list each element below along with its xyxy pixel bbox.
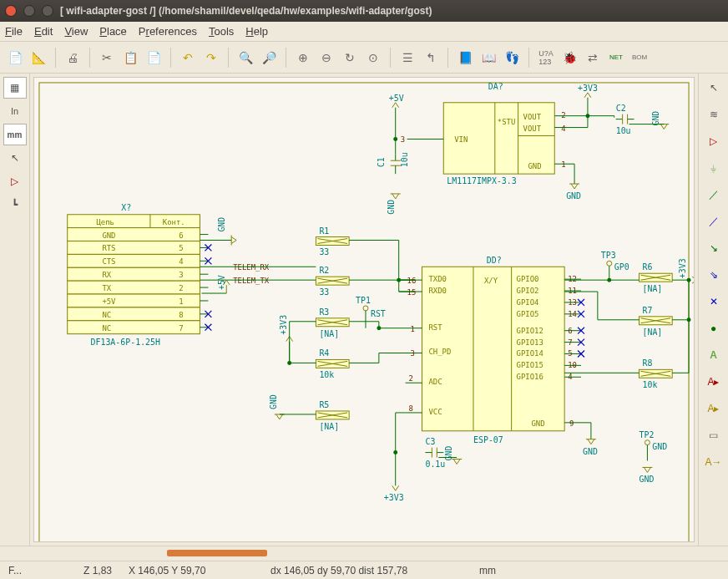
import-hier-icon[interactable]: A→ (702, 451, 725, 473)
svg-text:7: 7 (179, 324, 183, 333)
svg-text:+5V: +5V (389, 94, 404, 103)
redo-icon[interactable]: ↷ (201, 48, 221, 68)
menu-place[interactable]: Place (99, 25, 127, 38)
menu-prefs[interactable]: Preferences (139, 25, 197, 38)
footprint-icon[interactable]: 👣 (502, 48, 522, 68)
status-d: dx 146,05 dy 59,70 dist 157,78 (262, 565, 471, 576)
place-globallabel-icon[interactable]: A▸ (702, 371, 725, 393)
svg-text:C1: C1 (377, 157, 386, 167)
menu-help[interactable]: Help (245, 25, 268, 38)
svg-text:TP1: TP1 (356, 296, 371, 305)
svg-text:RX: RX (102, 271, 111, 279)
units-in-icon[interactable]: In (3, 100, 27, 122)
place-hierlabel-icon[interactable]: A▸ (702, 398, 725, 419)
svg-text:RTS: RTS (102, 244, 115, 252)
new-icon[interactable]: 📄 (5, 48, 25, 68)
maximize-icon[interactable] (42, 5, 53, 17)
svg-text:33: 33 (319, 247, 329, 256)
place-comp-icon[interactable]: ▷ (702, 130, 725, 152)
svg-text:10k: 10k (319, 370, 334, 379)
hidden-pins-icon[interactable]: ▷ (3, 170, 27, 192)
replace-icon[interactable]: 🔎 (259, 48, 279, 68)
svg-text:10k: 10k (642, 380, 657, 389)
bom-icon[interactable]: BOM (629, 48, 650, 68)
svg-text:TP3: TP3 (601, 251, 616, 260)
menubar: File Edit View Place Preferences Tools H… (0, 22, 728, 42)
menu-edit[interactable]: Edit (34, 25, 53, 38)
svg-text:33: 33 (319, 287, 329, 297)
close-icon[interactable] (5, 5, 17, 17)
svg-text:X?: X? (121, 203, 131, 212)
svg-text:15: 15 (407, 288, 417, 297)
svg-text:TELEM_RX: TELEM_RX (233, 263, 270, 272)
annotate-icon[interactable]: U?A123 (536, 48, 556, 68)
cvpcb-icon[interactable]: ⇄ (583, 48, 603, 68)
right-toolbar: ↖ ≋ ▷ ⏚ ／ ／ ↘ ⇘ ✕ ● A A▸ A▸ ▭ A→ (698, 74, 728, 546)
svg-text:6: 6 (179, 231, 183, 240)
svg-text:R1: R1 (319, 226, 329, 236)
undo-icon[interactable]: ↶ (178, 48, 198, 68)
grid-icon[interactable]: ▦ (3, 77, 27, 99)
status-z: Z 1,83 (75, 565, 120, 576)
svg-text:CTS: CTS (102, 257, 115, 266)
svg-text:R6: R6 (642, 262, 652, 272)
svg-text:GPIO2: GPIO2 (517, 287, 539, 295)
svg-text:2: 2 (179, 284, 183, 292)
svg-point-252 (687, 317, 691, 322)
library-icon[interactable]: 📘 (455, 48, 475, 68)
zoom-in-icon[interactable]: ⊕ (293, 48, 313, 68)
svg-text:NC: NC (102, 324, 111, 333)
svg-text:+3V3: +3V3 (678, 258, 687, 278)
cut-icon[interactable]: ✂ (97, 48, 117, 68)
minimize-icon[interactable] (23, 5, 35, 17)
paste-icon[interactable]: 📄 (144, 48, 164, 68)
erc-icon[interactable]: 🐞 (559, 48, 579, 68)
place-bus-entry-icon[interactable]: ↘ (702, 237, 725, 259)
place-netlabel-icon[interactable]: A (702, 344, 725, 366)
svg-text:+5V: +5V (102, 297, 116, 306)
place-bus-icon[interactable]: ／ (702, 211, 725, 232)
find-icon[interactable]: 🔍 (235, 48, 255, 68)
place-power-icon[interactable]: ⏚ (702, 157, 725, 179)
menu-view[interactable]: View (64, 25, 88, 38)
zoom-fit-icon[interactable]: ⊙ (363, 48, 383, 68)
place-wire-icon[interactable]: ／ (702, 184, 725, 206)
svg-point-194 (377, 326, 381, 330)
place-noconnect-icon[interactable]: ✕ (702, 291, 725, 312)
svg-text:NC: NC (102, 311, 111, 319)
zoom-redraw-icon[interactable]: ↻ (340, 48, 360, 68)
zoom-out-icon[interactable]: ⊖ (316, 48, 336, 68)
svg-text:RXD0: RXD0 (428, 287, 447, 295)
svg-text:GND: GND (217, 217, 226, 232)
leave-sheet-icon[interactable]: ↰ (421, 48, 441, 68)
svg-point-255 (607, 261, 612, 266)
svg-text:2: 2 (561, 111, 565, 119)
connector: X? Цепь Конт. GND6RTS5CTS4RX3TX2+5V1NC8N… (68, 203, 212, 347)
svg-text:2: 2 (409, 374, 413, 383)
hierarchy-icon[interactable]: ☰ (397, 48, 417, 68)
browse-icon[interactable]: 📖 (478, 48, 498, 68)
hscroll[interactable] (0, 546, 728, 561)
svg-text:+3V3: +3V3 (279, 315, 288, 335)
select-icon[interactable]: ↖ (702, 77, 725, 99)
menu-file[interactable]: File (5, 25, 23, 38)
svg-text:8: 8 (409, 404, 413, 413)
netlist-icon[interactable]: NET (606, 48, 626, 68)
place-bus2-icon[interactable]: ⇘ (702, 264, 725, 286)
svg-text:[NA]: [NA] (642, 328, 662, 337)
copy-icon[interactable]: 📋 (120, 48, 140, 68)
schematic-canvas[interactable]: X? Цепь Конт. GND6RTS5CTS4RX3TX2+5V1NC8N… (33, 77, 695, 542)
place-junction-icon[interactable]: ● (702, 317, 725, 339)
svg-text:R8: R8 (642, 358, 652, 368)
cursor-shape-icon[interactable]: ↖ (3, 147, 27, 169)
menu-tools[interactable]: Tools (209, 25, 234, 38)
svg-text:TXD0: TXD0 (428, 275, 447, 283)
print-icon[interactable]: 🖨 (63, 48, 83, 68)
place-sheet-icon[interactable]: ▭ (702, 424, 725, 446)
svg-text:GND: GND (566, 191, 581, 201)
highlight-net-icon[interactable]: ≋ (702, 104, 725, 125)
units-mm-icon[interactable]: mm (3, 124, 27, 145)
bus-direction-icon[interactable]: ┗ (3, 194, 27, 216)
page-setup-icon[interactable]: 📐 (28, 48, 48, 68)
schematic-svg: X? Цепь Конт. GND6RTS5CTS4RX3TX2+5V1NC8N… (34, 78, 694, 542)
